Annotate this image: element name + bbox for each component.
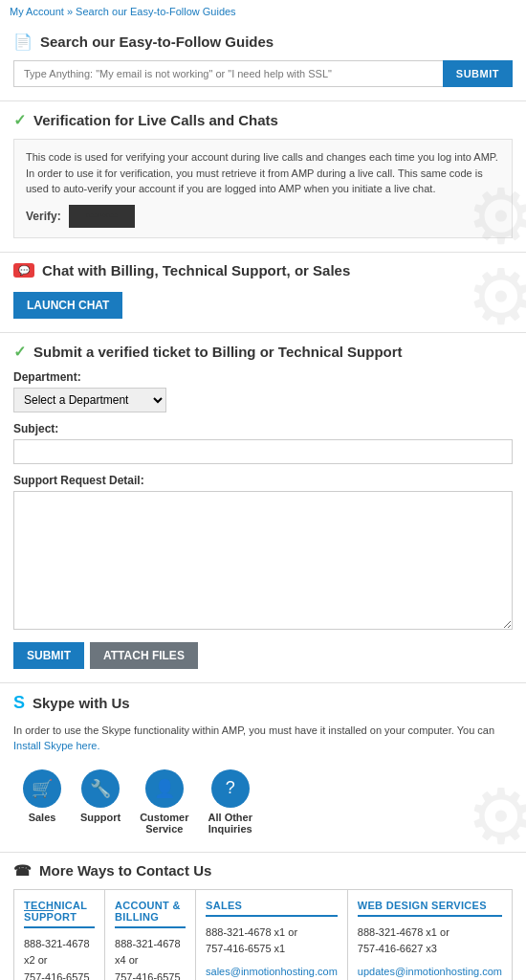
ticket-title: ✓ Submit a verified ticket to Billing or… — [13, 343, 513, 361]
tech-support-phones: 888-321-4678 x2 or757-416-6575 x2 — [24, 936, 95, 981]
verification-box: This code is used for verifying your acc… — [13, 139, 513, 238]
skype-description: In order to use the Skype functionality … — [13, 723, 513, 754]
sales-header: SALES — [206, 900, 338, 917]
ticket-buttons: SUBMIT ATTACH FILES — [13, 642, 513, 669]
skype-icon: S — [13, 693, 25, 713]
webdesign-phones: 888-321-4678 x1 or757-416-6627 x3 — [358, 924, 502, 958]
tech-support-col: TECHNICAL SUPPORT 888-321-4678 x2 or757-… — [14, 890, 105, 981]
document-icon: 📄 — [13, 33, 33, 51]
more-ways-section: ☎ More Ways to Contact Us TECHNICAL SUPP… — [0, 853, 526, 981]
verify-code: •••••••• — [69, 205, 136, 228]
subject-label: Subject: — [13, 422, 513, 435]
detail-field: Support Request Detail: — [13, 474, 513, 633]
sales-email-link[interactable]: sales@inmotionhosting.com — [206, 966, 338, 977]
verification-title: ✓ Verification for Live Calls and Chats — [13, 111, 513, 129]
skype-title: S Skype with Us — [13, 693, 513, 713]
verify-label: Verify: — [26, 208, 61, 225]
person-icon: 👤 — [145, 769, 184, 808]
department-select[interactable]: Select a Department Billing Technical Su… — [13, 388, 166, 412]
tech-support-header: TECHNICAL SUPPORT — [24, 900, 95, 928]
ticket-check-icon: ✓ — [13, 343, 26, 361]
skype-customer-label: CustomerService — [140, 812, 188, 835]
department-field: Department: Select a Department Billing … — [13, 370, 513, 412]
contact-grid: TECHNICAL SUPPORT 888-321-4678 x2 or757-… — [13, 889, 513, 981]
sales-phones: 888-321-4678 x1 or757-416-6575 x1 — [206, 924, 338, 958]
verify-line: Verify: •••••••• — [26, 205, 500, 228]
phone-icon: ☎ — [13, 862, 32, 880]
chat-section: 💬 Chat with Billing, Technical Support, … — [0, 253, 526, 333]
skype-sales[interactable]: 🛒 Sales — [23, 769, 61, 835]
check-icon: ✓ — [13, 111, 26, 129]
install-skype-link[interactable]: Install Skype here. — [13, 740, 100, 751]
breadcrumb-separator: » — [67, 6, 76, 17]
billing-col: ACCOUNT & BILLING 888-321-4678 x4 or757-… — [105, 890, 196, 981]
subject-field: Subject: — [13, 422, 513, 464]
attach-files-button[interactable]: ATTACH FILES — [90, 642, 198, 669]
sales-email: sales@inmotionhosting.com — [206, 966, 338, 977]
skype-support[interactable]: 🔧 Support — [80, 769, 121, 835]
billing-header: ACCOUNT & BILLING — [115, 900, 186, 928]
breadcrumb-current: Search our Easy-to-Follow Guides — [76, 6, 236, 17]
subject-input[interactable] — [13, 439, 513, 464]
ticket-submit-button[interactable]: SUBMIT — [13, 642, 84, 669]
skype-section: S Skype with Us In order to use the Skyp… — [0, 683, 526, 853]
search-title: 📄 Search our Easy-to-Follow Guides — [13, 33, 513, 51]
breadcrumb: My Account » Search our Easy-to-Follow G… — [0, 0, 526, 23]
webdesign-header: WEB DESIGN SERVICES — [358, 900, 502, 917]
detail-label: Support Request Detail: — [13, 474, 513, 487]
breadcrumb-account-link[interactable]: My Account — [10, 6, 64, 17]
webdesign-col: WEB DESIGN SERVICES 888-321-4678 x1 or75… — [348, 890, 512, 981]
skype-support-label: Support — [80, 812, 121, 823]
search-submit-button[interactable]: SUBMIT — [443, 60, 513, 87]
department-label: Department: — [13, 370, 513, 384]
webdesign-email-link[interactable]: updates@inmotionhosting.com — [358, 966, 502, 977]
ticket-section: ✓ Submit a verified ticket to Billing or… — [0, 333, 526, 683]
launch-chat-button[interactable]: LAUNCH CHAT — [13, 292, 122, 319]
skype-inquiries[interactable]: ? All OtherInquiries — [208, 769, 252, 835]
search-section: 📄 Search our Easy-to-Follow Guides SUBMI… — [0, 23, 526, 101]
wrench-icon: 🔧 — [81, 769, 120, 808]
skype-inquiries-label: All OtherInquiries — [208, 812, 252, 835]
search-box: SUBMIT — [13, 60, 513, 87]
more-ways-title: ☎ More Ways to Contact Us — [13, 862, 513, 880]
cart-icon: 🛒 — [23, 769, 61, 808]
chat-title: 💬 Chat with Billing, Technical Support, … — [13, 262, 513, 278]
chat-icon: 💬 — [13, 263, 34, 278]
detail-textarea[interactable] — [13, 491, 513, 630]
skype-customer[interactable]: 👤 CustomerService — [140, 769, 188, 835]
verification-section: ✓ Verification for Live Calls and Chats … — [0, 101, 526, 253]
verification-description: This code is used for verifying your acc… — [26, 149, 500, 197]
webdesign-email: updates@inmotionhosting.com — [358, 966, 502, 977]
skype-items: 🛒 Sales 🔧 Support 👤 CustomerService ? Al… — [13, 766, 513, 838]
sales-col: SALES 888-321-4678 x1 or757-416-6575 x1 … — [196, 890, 348, 981]
search-input[interactable] — [13, 60, 443, 87]
question-icon: ? — [211, 769, 250, 808]
billing-phones: 888-321-4678 x4 or757-416-6575 x4 — [115, 936, 186, 981]
skype-sales-label: Sales — [29, 812, 56, 823]
